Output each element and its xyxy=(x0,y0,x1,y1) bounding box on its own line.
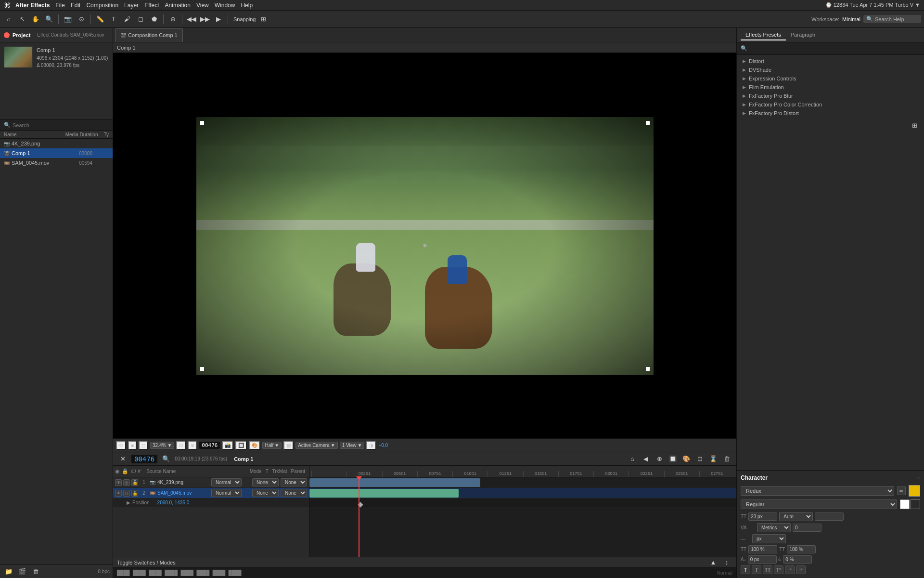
menu-view[interactable]: View xyxy=(196,2,209,9)
zoom-dropdown[interactable]: 32.4% ▼ xyxy=(150,442,174,449)
layer1-mode[interactable]: Normal xyxy=(211,478,242,486)
menu-window[interactable]: Window xyxy=(215,2,235,9)
effects-item-film-emulation[interactable]: ▶ Film Emulation xyxy=(737,83,924,92)
fmt-super[interactable]: T° xyxy=(785,565,795,574)
mask-tool[interactable]: ⬟ xyxy=(148,13,160,25)
position-value[interactable]: 2068.0, 1435.0 xyxy=(157,500,190,505)
viewer-exposure[interactable]: ◑ xyxy=(366,441,376,450)
zoom-tool[interactable]: 🔍 xyxy=(43,13,55,25)
brush-tool[interactable]: 🖌 xyxy=(121,13,133,25)
camera-dropdown[interactable]: Active Camera ▼ xyxy=(295,442,337,449)
layer2-trkmat[interactable]: None xyxy=(252,489,279,497)
menu-effect[interactable]: Effect xyxy=(144,2,159,9)
quality-dropdown[interactable]: Half ▼ xyxy=(262,442,282,449)
tl-collapse[interactable]: ▲ xyxy=(707,557,719,568)
rpanel-tab-paragraph[interactable]: Paragraph xyxy=(786,30,820,40)
font-family-dropdown[interactable]: Redux xyxy=(741,486,894,496)
next-kf[interactable]: ▶▶ xyxy=(199,13,211,25)
font-edit-btn[interactable]: ✏ xyxy=(897,486,906,495)
effects-item-fxfactory-blur[interactable]: ▶ FxFactory Pro Blur xyxy=(737,92,924,100)
camera-tool[interactable]: 📷 xyxy=(62,13,74,25)
tab-comp[interactable]: 🎬 Composition Comp 1 xyxy=(115,28,183,42)
fmt-bold[interactable]: T xyxy=(741,565,750,574)
tl-search[interactable]: 🔍 xyxy=(160,453,172,465)
project-delete[interactable]: 🗑 xyxy=(30,566,41,578)
text-tool[interactable]: T xyxy=(108,13,119,25)
viewer-info[interactable]: ◻ xyxy=(139,441,148,450)
snapping-toggle[interactable]: ⊞ xyxy=(258,13,270,25)
tl-layer-2[interactable]: 👁 ◎ 🔓 2 🎞️ SAM_0045.mov Normal None xyxy=(113,488,309,499)
tl-track-1[interactable] xyxy=(309,477,736,488)
playhead[interactable] xyxy=(359,477,359,557)
menu-items[interactable]: File Edit Composition Layer Effect Anima… xyxy=(55,2,253,9)
layer1-parent[interactable]: None xyxy=(281,478,307,486)
search-help-box[interactable]: 🔍 Search Help xyxy=(863,15,921,23)
menu-help[interactable]: Help xyxy=(241,2,253,9)
viewer-settings[interactable]: ⚙ xyxy=(116,441,126,450)
orbit-tool[interactable]: ⊙ xyxy=(76,13,87,25)
layer1-eye[interactable]: 👁 xyxy=(115,479,122,486)
home-tool[interactable]: ⌂ xyxy=(3,13,14,25)
viewer-toggle[interactable]: ■ xyxy=(128,441,137,450)
list-item[interactable]: 🎬 Comp 1 03000 xyxy=(0,148,113,158)
viewer-aspect[interactable]: ⊡ xyxy=(176,441,186,450)
tl-tool-5[interactable]: 🎨 xyxy=(680,453,692,465)
layer2-mode[interactable]: Normal xyxy=(211,489,242,497)
tl-comp-close[interactable]: ✕ xyxy=(117,453,128,465)
tl-tool-3[interactable]: ⊕ xyxy=(654,453,665,465)
transparent-swatch[interactable] xyxy=(911,499,920,509)
menu-edit[interactable]: Edit xyxy=(71,2,81,9)
layer2-eye[interactable]: 👁 xyxy=(115,490,122,497)
canvas-area[interactable] xyxy=(113,53,736,438)
tl-lock[interactable]: 🔒 xyxy=(122,468,128,474)
baseline-input[interactable] xyxy=(748,555,777,564)
puppet-tool[interactable]: ⊕ xyxy=(167,13,179,25)
tl-tool-8[interactable]: 🗑 xyxy=(721,453,732,465)
font-color-swatch[interactable] xyxy=(909,485,920,497)
layer1-solo[interactable]: ◎ xyxy=(123,479,130,486)
fmt-sub[interactable]: T° xyxy=(796,565,806,574)
play-btn[interactable]: ▶ xyxy=(213,13,224,25)
effects-item-distort[interactable]: ▶ Distort xyxy=(737,57,924,66)
tl-label[interactable]: 🏷 xyxy=(130,468,136,474)
viewer-safe[interactable]: ⊕ xyxy=(188,441,197,450)
hscale-input[interactable] xyxy=(748,545,777,553)
effects-item-fxfactory-color[interactable]: ▶ FxFactory Pro Color Correction xyxy=(737,100,924,109)
effects-item-expression-controls[interactable]: ▶ Expression Controls xyxy=(737,74,924,83)
project-tab[interactable]: Project xyxy=(13,32,30,38)
tl-tool-6[interactable]: ⊡ xyxy=(694,453,706,465)
tsumi-input[interactable] xyxy=(783,555,812,564)
viewer-colormanage[interactable]: 🎨 xyxy=(249,441,260,450)
list-item[interactable]: 📷 4K_239.png xyxy=(0,139,113,148)
effects-grid-btn[interactable]: ⊞ xyxy=(909,119,920,131)
effects-item-fxfactory-distort[interactable]: ▶ FxFactory Pro Distort xyxy=(737,109,924,118)
shape-tool[interactable]: ◻ xyxy=(135,13,146,25)
project-close-btn[interactable] xyxy=(4,32,10,38)
effects-search-bar[interactable]: 🔍 xyxy=(737,42,924,55)
leading-select[interactable]: px xyxy=(752,534,786,543)
menu-animation[interactable]: Animation xyxy=(165,2,191,9)
tl-tool-2[interactable]: ◀ xyxy=(640,453,652,465)
layer1-trkmat[interactable]: None xyxy=(252,478,279,486)
fmt-italic[interactable]: T xyxy=(752,565,761,574)
font-size-input[interactable] xyxy=(748,512,777,521)
tl-layer-1[interactable]: 👁 ◎ 🔓 1 📷 4K_239.png Normal None xyxy=(113,477,309,488)
vscale-input[interactable] xyxy=(787,545,816,553)
layer2-parent[interactable]: None xyxy=(281,489,307,497)
viewer-toggle2[interactable]: ▦ xyxy=(283,441,294,450)
metrics-value[interactable] xyxy=(793,524,821,532)
project-new-comp[interactable]: 🎬 xyxy=(16,566,28,578)
menu-layer[interactable]: Layer xyxy=(124,2,139,9)
list-item[interactable]: 🎞️ SAM_0045.mov 00594 xyxy=(0,158,113,168)
character-panel-menu[interactable]: ≡ xyxy=(917,475,920,481)
toggle-switches-label[interactable]: Toggle Switches / Modes xyxy=(117,560,176,565)
fmt-allcaps[interactable]: TT xyxy=(763,565,772,574)
effects-item-dvshade[interactable]: ▶ DVShade xyxy=(737,66,924,74)
prev-kf[interactable]: ◀◀ xyxy=(186,13,197,25)
tl-tool-4[interactable]: 🔲 xyxy=(667,453,679,465)
layer2-solo[interactable]: ◎ xyxy=(123,490,130,497)
tl-expand[interactable]: ↕ xyxy=(721,557,732,568)
viewer-snapshot[interactable]: 📸 xyxy=(222,441,233,450)
view-count-dropdown[interactable]: 1 View ▼ xyxy=(340,442,365,449)
menu-file[interactable]: File xyxy=(55,2,64,9)
